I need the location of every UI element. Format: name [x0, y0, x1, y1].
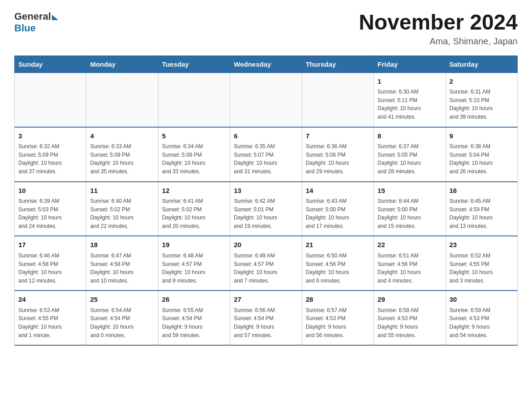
day-info: Sunrise: 6:53 AM Sunset: 4:55 PM Dayligh…: [18, 306, 82, 339]
day-number: 3: [18, 131, 82, 141]
day-number: 4: [90, 131, 154, 141]
day-number: 5: [162, 131, 226, 141]
day-info: Sunrise: 6:47 AM Sunset: 4:58 PM Dayligh…: [90, 252, 154, 285]
day-number: 7: [306, 131, 370, 141]
day-info: Sunrise: 6:30 AM Sunset: 5:11 PM Dayligh…: [378, 88, 442, 121]
location-text: Ama, Shimane, Japan: [359, 36, 518, 47]
calendar-week-row: 3Sunrise: 6:32 AM Sunset: 5:09 PM Daylig…: [15, 127, 518, 182]
day-number: 14: [306, 186, 370, 196]
calendar-cell: 12Sunrise: 6:41 AM Sunset: 5:02 PM Dayli…: [158, 182, 230, 236]
day-number: 29: [378, 295, 442, 305]
title-section: November 2024 Ama, Shimane, Japan: [359, 11, 518, 47]
day-number: 10: [18, 186, 82, 196]
day-info: Sunrise: 6:55 AM Sunset: 4:54 PM Dayligh…: [162, 306, 226, 339]
day-info: Sunrise: 6:58 AM Sunset: 4:53 PM Dayligh…: [378, 306, 442, 339]
day-number: 17: [18, 240, 82, 250]
calendar-day-header: Thursday: [302, 56, 373, 73]
day-info: Sunrise: 6:56 AM Sunset: 4:54 PM Dayligh…: [234, 306, 298, 339]
day-info: Sunrise: 6:41 AM Sunset: 5:02 PM Dayligh…: [162, 197, 226, 230]
day-number: 20: [234, 240, 298, 250]
calendar-cell: 7Sunrise: 6:36 AM Sunset: 5:06 PM Daylig…: [302, 127, 373, 182]
calendar-cell: 14Sunrise: 6:43 AM Sunset: 5:00 PM Dayli…: [302, 182, 373, 236]
page-header: General Blue November 2024 Ama, Shimane,…: [14, 11, 518, 47]
day-number: 30: [450, 295, 514, 305]
day-info: Sunrise: 6:37 AM Sunset: 5:05 PM Dayligh…: [378, 142, 442, 176]
day-number: 1: [378, 77, 442, 87]
day-info: Sunrise: 6:38 AM Sunset: 5:04 PM Dayligh…: [450, 142, 514, 176]
calendar-cell: 22Sunrise: 6:51 AM Sunset: 4:56 PM Dayli…: [374, 236, 446, 291]
day-info: Sunrise: 6:54 AM Sunset: 4:54 PM Dayligh…: [90, 306, 154, 339]
calendar-cell: 20Sunrise: 6:49 AM Sunset: 4:57 PM Dayli…: [230, 236, 302, 291]
calendar-cell: 18Sunrise: 6:47 AM Sunset: 4:58 PM Dayli…: [86, 236, 158, 291]
day-number: 18: [90, 240, 154, 250]
day-number: 6: [234, 131, 298, 141]
day-info: Sunrise: 6:50 AM Sunset: 4:56 PM Dayligh…: [306, 252, 370, 285]
calendar-week-row: 17Sunrise: 6:46 AM Sunset: 4:58 PM Dayli…: [15, 236, 518, 291]
calendar-cell: [15, 73, 86, 127]
day-number: 24: [18, 295, 82, 305]
day-info: Sunrise: 6:49 AM Sunset: 4:57 PM Dayligh…: [234, 252, 298, 285]
day-info: Sunrise: 6:48 AM Sunset: 4:57 PM Dayligh…: [162, 252, 226, 285]
calendar-header-row: SundayMondayTuesdayWednesdayThursdayFrid…: [15, 56, 518, 73]
day-number: 19: [162, 240, 226, 250]
calendar-day-header: Tuesday: [158, 56, 230, 73]
day-number: 25: [90, 295, 154, 305]
day-info: Sunrise: 6:35 AM Sunset: 5:07 PM Dayligh…: [234, 142, 298, 176]
logo-arrow-icon: [52, 15, 58, 20]
calendar-day-header: Monday: [86, 56, 158, 73]
calendar-cell: 3Sunrise: 6:32 AM Sunset: 5:09 PM Daylig…: [15, 127, 86, 182]
day-info: Sunrise: 6:42 AM Sunset: 5:01 PM Dayligh…: [234, 197, 298, 230]
calendar-cell: 10Sunrise: 6:39 AM Sunset: 5:03 PM Dayli…: [15, 182, 86, 236]
calendar-cell: 11Sunrise: 6:40 AM Sunset: 5:02 PM Dayli…: [86, 182, 158, 236]
calendar-day-header: Wednesday: [230, 56, 302, 73]
calendar-cell: [230, 73, 302, 127]
calendar-day-header: Saturday: [446, 56, 517, 73]
calendar-cell: 19Sunrise: 6:48 AM Sunset: 4:57 PM Dayli…: [158, 236, 230, 291]
calendar-cell: 15Sunrise: 6:44 AM Sunset: 5:00 PM Dayli…: [374, 182, 446, 236]
day-number: 26: [162, 295, 226, 305]
day-info: Sunrise: 6:39 AM Sunset: 5:03 PM Dayligh…: [18, 197, 82, 230]
day-number: 9: [450, 131, 514, 141]
calendar-week-row: 1Sunrise: 6:30 AM Sunset: 5:11 PM Daylig…: [15, 73, 518, 127]
calendar-cell: 6Sunrise: 6:35 AM Sunset: 5:07 PM Daylig…: [230, 127, 302, 182]
logo-general-text: General: [14, 11, 51, 22]
calendar-cell: 4Sunrise: 6:33 AM Sunset: 5:08 PM Daylig…: [86, 127, 158, 182]
calendar-day-header: Sunday: [15, 56, 86, 73]
day-info: Sunrise: 6:40 AM Sunset: 5:02 PM Dayligh…: [90, 197, 154, 230]
calendar-body: 1Sunrise: 6:30 AM Sunset: 5:11 PM Daylig…: [15, 73, 518, 345]
day-info: Sunrise: 6:31 AM Sunset: 5:10 PM Dayligh…: [450, 88, 514, 121]
calendar-cell: 30Sunrise: 6:59 AM Sunset: 4:53 PM Dayli…: [446, 291, 517, 345]
calendar-table: SundayMondayTuesdayWednesdayThursdayFrid…: [14, 56, 518, 346]
day-number: 2: [450, 77, 514, 87]
calendar-week-row: 24Sunrise: 6:53 AM Sunset: 4:55 PM Dayli…: [15, 291, 518, 345]
day-number: 15: [378, 186, 442, 196]
day-number: 12: [162, 186, 226, 196]
calendar-cell: 16Sunrise: 6:45 AM Sunset: 4:59 PM Dayli…: [446, 182, 517, 236]
day-number: 16: [450, 186, 514, 196]
logo: General Blue: [14, 11, 58, 34]
day-number: 13: [234, 186, 298, 196]
day-number: 28: [306, 295, 370, 305]
calendar-cell: 13Sunrise: 6:42 AM Sunset: 5:01 PM Dayli…: [230, 182, 302, 236]
day-info: Sunrise: 6:57 AM Sunset: 4:53 PM Dayligh…: [306, 306, 370, 339]
day-info: Sunrise: 6:44 AM Sunset: 5:00 PM Dayligh…: [378, 197, 442, 230]
day-info: Sunrise: 6:59 AM Sunset: 4:53 PM Dayligh…: [450, 306, 514, 339]
day-number: 11: [90, 186, 154, 196]
calendar-cell: 23Sunrise: 6:52 AM Sunset: 4:55 PM Dayli…: [446, 236, 517, 291]
day-info: Sunrise: 6:45 AM Sunset: 4:59 PM Dayligh…: [450, 197, 514, 230]
calendar-cell: 9Sunrise: 6:38 AM Sunset: 5:04 PM Daylig…: [446, 127, 517, 182]
calendar-week-row: 10Sunrise: 6:39 AM Sunset: 5:03 PM Dayli…: [15, 182, 518, 236]
calendar-cell: 8Sunrise: 6:37 AM Sunset: 5:05 PM Daylig…: [374, 127, 446, 182]
day-info: Sunrise: 6:33 AM Sunset: 5:08 PM Dayligh…: [90, 142, 154, 176]
day-info: Sunrise: 6:43 AM Sunset: 5:00 PM Dayligh…: [306, 197, 370, 230]
day-number: 22: [378, 240, 442, 250]
day-number: 23: [450, 240, 514, 250]
day-info: Sunrise: 6:36 AM Sunset: 5:06 PM Dayligh…: [306, 142, 370, 176]
calendar-cell: 26Sunrise: 6:55 AM Sunset: 4:54 PM Dayli…: [158, 291, 230, 345]
calendar-day-header: Friday: [374, 56, 446, 73]
calendar-cell: 2Sunrise: 6:31 AM Sunset: 5:10 PM Daylig…: [446, 73, 517, 127]
day-number: 8: [378, 131, 442, 141]
calendar-cell: [302, 73, 373, 127]
calendar-cell: 24Sunrise: 6:53 AM Sunset: 4:55 PM Dayli…: [15, 291, 86, 345]
calendar-cell: 29Sunrise: 6:58 AM Sunset: 4:53 PM Dayli…: [374, 291, 446, 345]
